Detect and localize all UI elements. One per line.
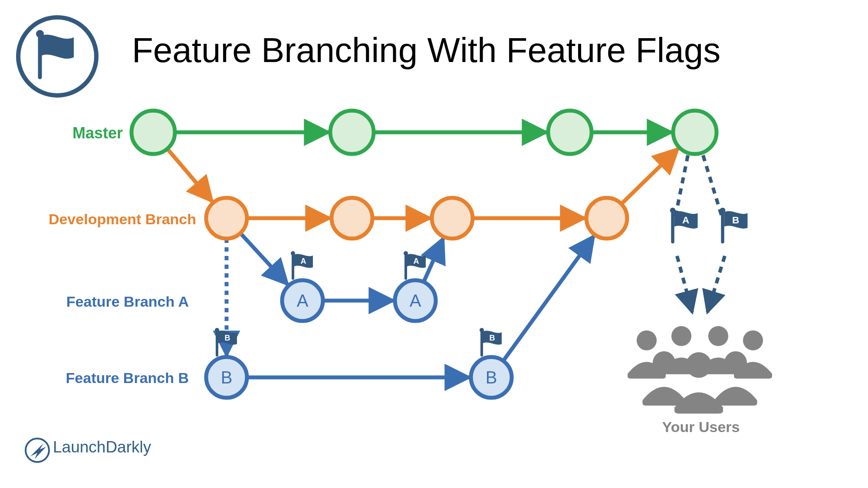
svg-point-6 [673, 111, 717, 154]
svg-point-43 [686, 352, 712, 378]
edge-d4-m4 [621, 149, 678, 204]
svg-point-5 [548, 111, 592, 154]
release-line-bot-1 [707, 256, 725, 312]
svg-point-42 [724, 351, 747, 374]
release-line-top-0 [675, 155, 688, 219]
node-m2 [330, 111, 374, 154]
svg-text:B: B [225, 334, 230, 342]
lane-label-master: Master [0, 124, 123, 142]
flag-icon: B [480, 328, 502, 355]
svg-text:B: B [732, 215, 739, 226]
svg-text:A: A [682, 215, 689, 226]
flag-icon: B [215, 328, 237, 355]
node-m4 [673, 111, 717, 154]
svg-point-39 [708, 326, 728, 346]
svg-text:B: B [486, 368, 497, 387]
node-m3 [548, 111, 592, 154]
flag-icon: A [670, 208, 698, 242]
flag-icon: A [291, 251, 313, 278]
flag-icon: A [404, 251, 426, 278]
edge-a2-d3 [424, 239, 443, 282]
release-line-bot-0 [677, 256, 692, 312]
node-a2: AA [395, 251, 436, 321]
svg-text:A: A [297, 291, 309, 310]
node-m1 [132, 111, 175, 154]
logo-flag-icon [18, 17, 96, 95]
lane-label-feat-b: Feature Branch B [0, 370, 189, 386]
svg-point-41 [653, 351, 675, 374]
svg-point-4 [330, 111, 374, 154]
release-line-top-1 [703, 155, 723, 219]
edge-m1-d1 [167, 149, 212, 201]
diagram-svg: AAAABBBB AB [0, 0, 868, 488]
svg-text:A: A [301, 257, 306, 265]
svg-point-8 [332, 198, 372, 239]
lane-label-dev: Development Branch [0, 211, 196, 228]
svg-text:B: B [490, 334, 495, 342]
node-d4 [586, 198, 627, 239]
node-b1: BB [206, 328, 247, 398]
node-d1 [206, 198, 247, 239]
node-b2: BB [471, 328, 512, 398]
svg-text:B: B [221, 368, 233, 387]
svg-point-40 [743, 331, 763, 350]
svg-point-7 [206, 198, 247, 239]
node-a1: AA [282, 251, 323, 321]
node-d2 [332, 198, 372, 239]
svg-point-37 [637, 331, 657, 350]
svg-text:A: A [410, 291, 421, 310]
brand-text: LaunchDarkly [53, 438, 151, 456]
diagram-stage: { "title": "Feature Branching With Featu… [0, 0, 868, 488]
lane-label-feat-a: Feature Branch A [0, 293, 189, 310]
edge-d1-a1 [240, 233, 288, 285]
users-icon [628, 326, 772, 414]
flag-icon: B [720, 208, 748, 242]
svg-point-3 [132, 111, 175, 154]
launchdarkly-logo-icon [26, 439, 49, 462]
svg-point-9 [432, 198, 473, 239]
svg-point-10 [586, 198, 627, 239]
node-d3 [432, 198, 473, 239]
svg-text:A: A [414, 257, 419, 265]
users-label: Your Users [638, 419, 764, 436]
svg-point-38 [671, 326, 691, 346]
edge-b2-d4 [503, 236, 594, 361]
